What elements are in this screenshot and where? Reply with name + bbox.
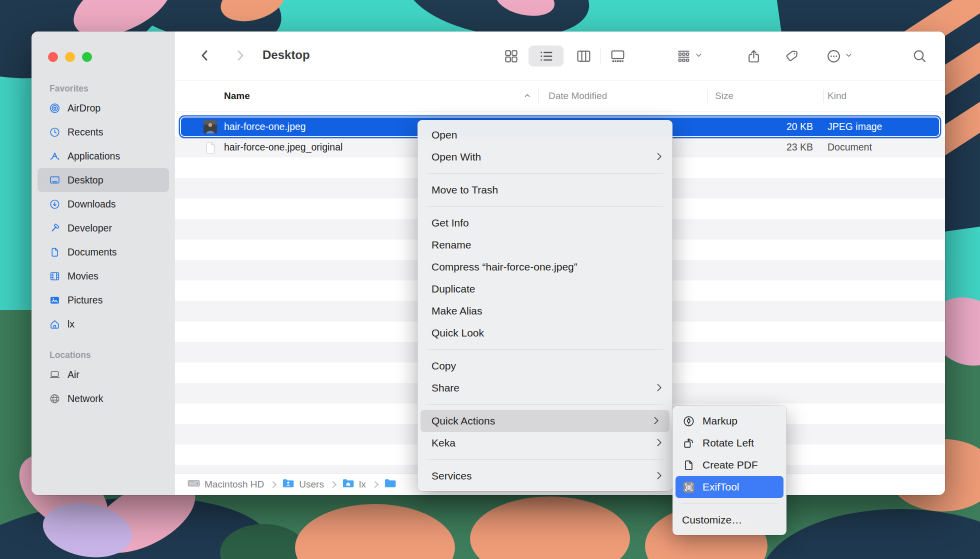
more-options-button[interactable] [825,46,854,66]
sort-ascending-icon[interactable] [523,92,532,102]
submenu-item-label: Create PDF [702,459,758,471]
submenu-item-exiftool[interactable]: ExifTool [676,476,784,498]
column-header-name[interactable]: Name [224,80,250,111]
menu-item-open-with[interactable]: Open With [418,146,672,168]
zoom-button[interactable] [82,52,92,62]
group-button[interactable] [675,46,704,66]
sidebar-item-desktop[interactable]: Desktop [38,168,169,192]
submenu-item-customize[interactable]: Customize… [672,509,786,531]
app-store-icon [48,150,60,162]
gallery-view-button[interactable] [606,46,628,66]
sidebar-item-pictures[interactable]: Pictures [38,288,169,312]
folder-icon [384,478,396,491]
sidebar-item-network[interactable]: Network [38,386,169,410]
submenu-item-markup[interactable]: Markup [672,410,786,432]
submenu-item-rotate-left[interactable]: Rotate Left [672,432,786,454]
menu-item-duplicate[interactable]: Duplicate [418,278,672,300]
menu-item-services[interactable]: Services [418,465,672,487]
menu-item-label: Keka [432,437,456,449]
photo-icon [48,294,60,306]
sidebar-item-label: lx [68,318,74,330]
sidebar-section-favorites: Favorites [50,84,175,94]
submenu-item-label: Customize… [682,514,742,526]
menu-item-label: Duplicate [432,283,476,295]
menu-item-label: Quick Actions [432,415,495,427]
menu-item-get-info[interactable]: Get Info [418,212,672,234]
rotate-left-icon [682,436,696,450]
sidebar-item-movies[interactable]: Movies [38,264,169,288]
column-header-row: Name Date Modified Size Kind [175,80,945,112]
path-segment-macintosh-hd[interactable]: Macintosh HD [188,478,264,491]
menu-item-label: Rename [432,239,471,251]
sidebar: Favorites AirDrop Recents Applications [32,32,176,495]
sidebar-item-label: Recents [68,126,104,138]
hard-drive-icon [188,478,200,491]
share-button[interactable] [745,46,762,66]
submenu-item-create-pdf[interactable]: Create PDF [672,454,786,476]
file-kind: JPEG image [828,116,882,137]
window-title: Desktop [262,48,310,62]
sidebar-item-documents[interactable]: Documents [38,240,169,264]
submenu-chevron-icon [654,152,662,160]
exiftool-icon [682,480,696,494]
forward-button[interactable] [231,46,249,64]
column-view-button[interactable] [572,46,594,66]
menu-item-label: Open [432,129,457,141]
submenu-item-label: Markup [702,415,738,427]
submenu-item-label: ExifTool [702,481,740,493]
path-segment-users[interactable]: Users [282,478,324,491]
menu-item-rename[interactable]: Rename [418,234,672,256]
sidebar-item-air[interactable]: Air [38,362,169,386]
menu-item-copy[interactable]: Copy [418,355,672,377]
column-header-size[interactable]: Size [715,80,734,111]
sidebar-item-applications[interactable]: Applications [38,144,169,168]
file-name: hair-force-one.jpeg_original [224,137,342,158]
menu-item-move-to-trash[interactable]: Move to Trash [418,179,672,201]
column-header-date-modified[interactable]: Date Modified [548,80,607,111]
sidebar-item-downloads[interactable]: Downloads [38,192,169,216]
menu-item-compress[interactable]: Compress “hair-force-one.jpeg” [418,256,672,278]
submenu-chevron-icon [654,384,662,392]
sidebar-item-label: Downloads [68,198,116,210]
folder-users-icon [282,478,294,491]
column-divider[interactable] [823,89,824,103]
sidebar-item-recents[interactable]: Recents [38,120,169,144]
column-divider[interactable] [538,89,539,103]
hammer-icon [48,222,60,234]
column-divider[interactable] [707,89,708,103]
path-segment-lx[interactable]: lx [342,478,366,491]
menu-item-make-alias[interactable]: Make Alias [418,300,672,322]
path-segment-folder[interactable] [384,478,401,491]
menu-divider [426,349,664,350]
sidebar-item-home[interactable]: lx [38,312,169,336]
tag-button[interactable] [783,46,800,66]
menu-item-open[interactable]: Open [418,124,672,146]
minimize-button[interactable] [65,52,75,62]
sidebar-item-developer[interactable]: Developer [38,216,169,240]
back-button[interactable] [196,46,214,64]
home-icon [48,318,60,330]
menu-item-quick-actions[interactable]: Quick Actions [420,410,670,432]
column-header-kind[interactable]: Kind [828,80,846,111]
menu-item-keka[interactable]: Keka [418,432,672,454]
menu-item-share[interactable]: Share [418,377,672,399]
search-button[interactable] [911,46,928,66]
submenu-chevron-icon [651,416,659,424]
list-view-button[interactable] [528,46,564,66]
sidebar-item-label: Network [68,393,104,404]
menu-divider [426,173,664,174]
airdrop-icon [48,102,60,114]
icon-view-button[interactable] [500,46,522,66]
close-button[interactable] [48,52,58,62]
laptop-icon [48,368,60,380]
menu-item-quick-look[interactable]: Quick Look [418,322,672,344]
screen: Favorites AirDrop Recents Applications [0,0,980,559]
menu-divider [426,459,664,460]
download-circle-icon [48,198,60,210]
document-file-icon [204,137,217,158]
document-icon [48,246,60,258]
sidebar-item-label: Applications [68,150,120,162]
create-pdf-icon [682,458,696,472]
sidebar-content: Favorites AirDrop Recents Applications [32,84,175,410]
sidebar-item-airdrop[interactable]: AirDrop [38,96,169,120]
